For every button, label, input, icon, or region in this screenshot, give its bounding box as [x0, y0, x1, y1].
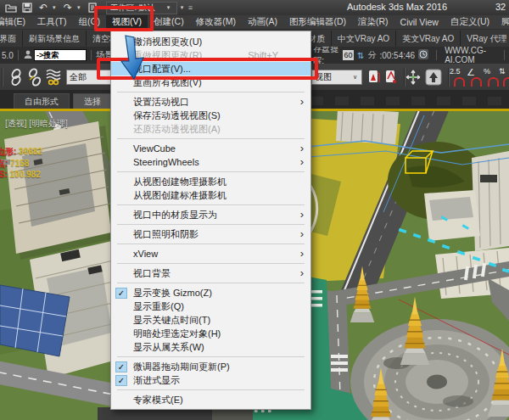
toolbar2-button-r2[interactable]: 中文VRay AO [332, 31, 396, 47]
ribbon-tab-1[interactable]: 自由形式 [14, 93, 70, 109]
menu-item-label: 还原活动透视视图(A) [133, 123, 221, 136]
menubar-item-8[interactable]: 图形编辑器(D) [283, 15, 352, 29]
open-file-icon[interactable] [4, 2, 18, 14]
unlink-selection-icon[interactable] [25, 67, 44, 87]
menubar-item-9[interactable]: 渲染(R) [352, 15, 394, 29]
menubar-item-10[interactable]: Civil View [394, 15, 445, 29]
toolbar-options-icon[interactable]: ▾ [181, 4, 187, 11]
toolbar2-button-r4[interactable]: VRay 代理 [461, 31, 509, 47]
view-menu-item-11[interactable]: SteeringWheels› [111, 155, 310, 169]
select-and-link-icon[interactable] [7, 67, 25, 87]
menubar-item-12[interactable]: 脚本(S) [495, 15, 509, 29]
view-menu-items: 撤消视图更改(U)重做视图更改(R)Shift+Y视口配置(V)...重画所有视… [111, 35, 310, 406]
menubar-item-5[interactable]: 创建(C) [148, 15, 190, 29]
overflow-menu-icon[interactable]: ≡ [188, 3, 193, 12]
view-menu-item-28[interactable]: 显示从属关系(W) [111, 340, 310, 354]
view-menu-item-25[interactable]: 显示重影(Q) [111, 300, 310, 313]
view-menu-item-24[interactable]: ✓显示变换 Gizmo(Z) [111, 286, 310, 300]
toolbar2-button-l2[interactable]: 刷新场景信息 [23, 31, 87, 47]
view-menu-item-22[interactable]: 视口背景› [111, 266, 310, 280]
workspace-selector[interactable]: 工作区: 默认 ▾ [106, 2, 177, 14]
viewport-stat-line: FPS: 100.982 [0, 169, 42, 181]
menu-item-label: 显示从属关系(W) [133, 341, 204, 354]
check-spacer [115, 50, 127, 61]
snap-spinner-label: ⇅ [499, 67, 506, 76]
website-text: WWW.CG-AI.COM [445, 47, 496, 64]
menubar-item-2[interactable]: 工具(T) [31, 15, 72, 29]
check-spacer [115, 143, 127, 154]
workspace-caret-icon: ▾ [167, 4, 173, 11]
project-folder-icon[interactable] [86, 2, 99, 14]
menu-item-label: 渐进式显示 [133, 374, 180, 387]
view-menu-item-14[interactable]: 从视图创建标准摄影机 [111, 188, 310, 202]
menubar-item-6[interactable]: 修改器(M) [190, 15, 242, 29]
spinner-icon[interactable]: ⇅ [357, 51, 364, 60]
menu-item-label: 从视图创建标准摄影机 [133, 189, 227, 202]
check-spacer [115, 176, 127, 188]
save-icon[interactable] [20, 2, 34, 14]
view-menu-item-13[interactable]: 从视图创建物理摄影机 [111, 175, 310, 188]
check-icon: ✓ [115, 288, 127, 299]
view-menu-item-3[interactable]: 视口配置(V)... [111, 62, 310, 76]
autosave-minutes-input[interactable]: 60 [343, 50, 354, 60]
view-menu-item-16[interactable]: 视口中的材质显示为› [111, 208, 310, 221]
view-menu-item-10[interactable]: ViewCube› [111, 142, 310, 155]
search-input[interactable] [34, 49, 87, 61]
menu-item-shortcut: Shift+Y [248, 50, 304, 60]
bind-to-space-warp-icon[interactable] [44, 67, 63, 87]
percent-snap-toggle-icon[interactable]: % [483, 67, 500, 87]
view-menu-item-1[interactable]: 撤消视图更改(U) [111, 35, 310, 48]
view-menu-dropdown: 撤消视图更改(U)重做视图更改(R)Shift+Y视口配置(V)...重画所有视… [110, 31, 311, 410]
check-spacer [115, 229, 127, 240]
menubar-item-1[interactable]: 编辑(E) [0, 15, 31, 29]
view-menu-item-26[interactable]: 显示关键点时间(T) [111, 313, 310, 327]
redo-dropdown-icon[interactable]: ▾ [77, 4, 83, 11]
redo-icon[interactable]: ↷ [61, 2, 75, 14]
menubar-item-4[interactable]: 视图(V) [106, 15, 148, 29]
view-menu-item-8[interactable]: 还原活动透视视图(A) [111, 122, 310, 136]
toolbar2-button-l1[interactable]: 界面 [0, 31, 23, 47]
viewport-label[interactable]: [透视] [明暗处理] [5, 118, 68, 130]
view-menu-item-18[interactable]: 视口照明和阴影› [111, 227, 310, 241]
status-left-fragment: 5.0 [2, 51, 14, 60]
view-menu-item-7[interactable]: 保存活动透视视图(S) [111, 109, 310, 122]
submenu-arrow-icon: › [300, 96, 304, 108]
user-icon [23, 49, 34, 61]
align-icon[interactable] [382, 67, 400, 87]
view-menu-item-31[interactable]: ✓渐进式显示 [111, 373, 310, 387]
menubar-item-3[interactable]: 组(G) [72, 15, 106, 29]
view-menu-item-20[interactable]: xView› [111, 247, 310, 260]
select-and-move-icon[interactable] [404, 67, 422, 87]
view-menu-item-33[interactable]: 专家模式(E) [111, 393, 310, 406]
angle-snap-toggle-icon[interactable]: ∠ [466, 67, 483, 87]
menu-item-label: ViewCube [133, 143, 176, 154]
viewport-shading-label[interactable]: [明暗处理] [29, 119, 68, 128]
menubar-item-7[interactable]: 动画(A) [242, 15, 283, 29]
check-spacer [115, 315, 127, 326]
title-bar: ↶▾ ↷▾ 工作区: 默认 ▾ ▾ ≡ Autodesk 3ds Max 201… [0, 0, 509, 16]
undo-dropdown-icon[interactable]: ▾ [53, 4, 59, 11]
menubar-item-11[interactable]: 自定义(U) [445, 15, 495, 29]
toolbar2-button-r3[interactable]: 英文VRay AO [396, 31, 461, 47]
check-spacer [115, 157, 127, 168]
viewport-stat-line: 顶点: 7158 [0, 158, 42, 170]
coordinate-system-dropdown[interactable]: 视图 ∨ [311, 70, 362, 85]
use-pivot-center-icon[interactable] [424, 67, 443, 87]
spinner-snap-toggle-icon[interactable]: ⇅ [498, 67, 509, 87]
view-menu-item-2[interactable]: 重做视图更改(R)Shift+Y [111, 48, 310, 62]
menu-item-label: 设置活动视口 [133, 96, 189, 109]
undo-icon[interactable]: ↶ [36, 2, 50, 14]
divider [2, 68, 3, 87]
mirror-icon[interactable] [365, 67, 383, 87]
view-menu-item-27[interactable]: 明暗处理选定对象(H) [111, 327, 310, 340]
menu-separator [117, 356, 305, 357]
view-menu-item-6[interactable]: 设置活动视口› [111, 95, 310, 109]
check-spacer [115, 77, 127, 88]
view-menu-item-4[interactable]: 重画所有视图(V) [111, 76, 310, 89]
snap-toggle-2.5d-icon[interactable]: 2.5 [449, 67, 466, 87]
autosave-group: %) 存盘提醒: 60 ⇅ 分 :00:54:46 WWW.CG-AI.COM [287, 47, 509, 64]
ribbon-tab-2[interactable]: 选择 [73, 93, 112, 109]
viewport-view-label[interactable]: [透视] [5, 119, 27, 128]
view-menu-item-30[interactable]: ✓微调器拖动期间更新(P) [111, 360, 310, 373]
menu-item-label: 视口背景 [133, 267, 171, 280]
